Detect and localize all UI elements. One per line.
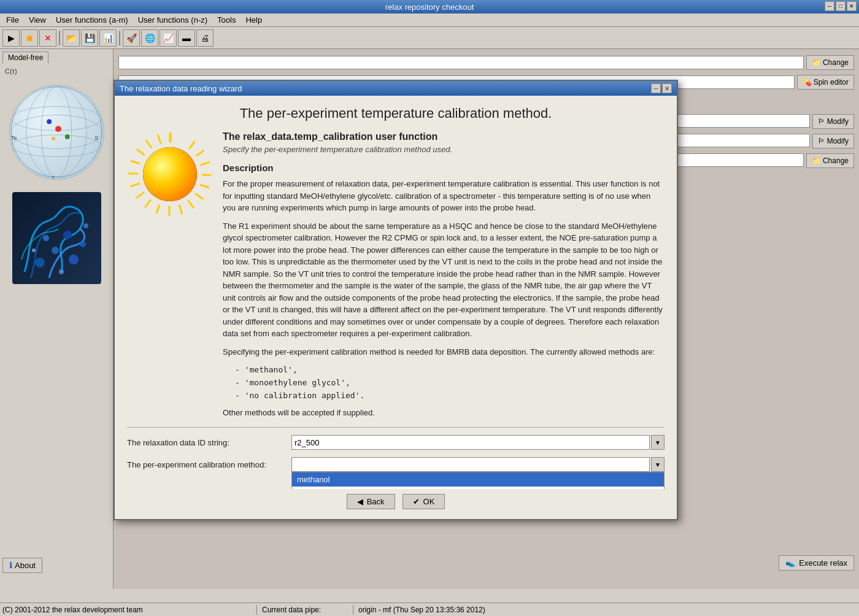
toolbar-btn-globe[interactable]: 🌐: [141, 29, 158, 47]
toolbar-btn-run2[interactable]: 🚀: [123, 29, 140, 47]
svg-line-24: [196, 148, 204, 158]
relaxation-id-input[interactable]: [291, 435, 650, 450]
svg-point-17: [69, 255, 79, 264]
globe-widget: Te S τ: [9, 85, 104, 186]
toolbar-btn-run[interactable]: ▶: [2, 29, 20, 47]
toolbar-btn-save[interactable]: 💾: [81, 29, 98, 47]
status-separator: [256, 605, 257, 615]
dropdown-option-monoethylene[interactable]: monoethylene glycol: [292, 487, 664, 489]
svg-line-27: [200, 185, 209, 188]
toolbar-btn-open[interactable]: 📂: [63, 29, 80, 47]
window-controls: ─ □ ✕: [825, 1, 857, 11]
right-row-1: 📁 Change: [118, 54, 854, 71]
desc-title: Description: [223, 163, 664, 173]
svg-line-32: [156, 204, 160, 214]
calibration-input-wrap: ▼ methanol monoethylene glycol no calibr…: [291, 457, 664, 472]
dialog: The relaxation data reading wizard ─ ✕ T…: [114, 80, 678, 520]
about-button[interactable]: ℹ About: [2, 558, 42, 573]
svg-line-29: [187, 201, 196, 209]
left-panel: Model-free C(τ): [0, 49, 114, 589]
svg-point-21: [83, 223, 88, 228]
current-pipe-label: Current data pipe:: [262, 606, 348, 614]
spin-editor-button[interactable]: 💊 Spin editor: [797, 75, 854, 90]
back-button[interactable]: ◀ Back: [347, 494, 395, 509]
dialog-main-title: The per-experiment temperature calibrati…: [127, 106, 664, 121]
svg-point-16: [43, 235, 49, 241]
calibration-input[interactable]: [291, 457, 650, 472]
svg-text:τ: τ: [52, 174, 55, 179]
menu-bar: File View User functions (a-m) User func…: [0, 13, 859, 27]
svg-line-37: [131, 161, 140, 164]
svg-line-23: [189, 140, 195, 150]
svg-line-31: [166, 206, 172, 216]
ok-icon: ✔: [413, 497, 420, 506]
modify-button-2[interactable]: 🏳 Modify: [812, 134, 854, 148]
dialog-title: The relaxation data reading wizard: [120, 84, 242, 93]
desc-para-2: The R1 experiment should be about the sa…: [223, 220, 664, 340]
menu-user-functions-nz[interactable]: User functions (n-z): [134, 15, 211, 25]
svg-point-15: [63, 231, 72, 239]
globe-ellipse: Te S τ: [9, 85, 104, 180]
main-area: Model-free C(τ): [0, 49, 859, 589]
methods-list: - 'methanol', - 'monoethylene glycol', -…: [235, 364, 664, 402]
execute-relax-button[interactable]: 👟 Execute relax: [779, 555, 854, 571]
info-icon: ℹ: [9, 561, 12, 570]
relaxation-id-label: The relaxation data ID string:: [127, 438, 287, 447]
svg-line-36: [128, 171, 138, 176]
svg-line-34: [136, 191, 144, 200]
modify-icon-1: 🏳: [818, 117, 825, 126]
svg-point-3: [10, 135, 101, 157]
menu-file[interactable]: File: [2, 15, 23, 25]
change-button-2[interactable]: 📁 Change: [806, 153, 854, 168]
dialog-body: The per-experiment temperature calibrati…: [115, 96, 677, 489]
form-section: The relaxation data ID string: ▼ The per…: [127, 427, 664, 472]
svg-point-6: [55, 126, 61, 132]
dialog-minimize[interactable]: ─: [651, 83, 661, 93]
toolbar-btn-stop[interactable]: ⏺: [21, 29, 38, 47]
sun-svg: [127, 131, 213, 217]
modify-button-1[interactable]: 🏳 Modify: [812, 114, 854, 129]
svg-line-39: [144, 141, 153, 148]
dialog-close-button[interactable]: ✕: [662, 83, 672, 93]
close-button[interactable]: ✕: [847, 1, 857, 11]
svg-line-30: [177, 205, 185, 214]
globe-svg: Te S τ: [10, 85, 104, 179]
toolbar-separator-2: [119, 31, 120, 45]
method-3: - 'no calibration applied'.: [235, 390, 664, 402]
method-2: - 'monoethylene glycol',: [235, 377, 664, 390]
svg-line-26: [202, 172, 212, 177]
dialog-footer: ◀ Back ✔ OK: [115, 489, 677, 519]
menu-view[interactable]: View: [25, 15, 50, 25]
dropdown-option-methanol[interactable]: methanol: [292, 472, 664, 487]
protein-svg: [12, 192, 101, 284]
svg-line-25: [201, 160, 210, 167]
tab-model-free[interactable]: Model-free: [2, 52, 48, 63]
toolbar-btn-chart[interactable]: 📈: [160, 29, 177, 47]
toolbar-btn-export[interactable]: 📊: [99, 29, 117, 47]
ctau-label: C(τ): [5, 67, 17, 75]
svg-line-35: [130, 181, 139, 189]
toolbar-btn-bar[interactable]: ▬: [178, 29, 195, 47]
back-icon: ◀: [357, 497, 363, 506]
ok-button[interactable]: ✔ OK: [403, 494, 445, 509]
svg-text:Te: Te: [10, 135, 16, 141]
toolbar-btn-print[interactable]: 🖨: [196, 29, 214, 47]
text-content: The relax_data.temp_calibration user fun…: [223, 131, 664, 427]
maximize-button[interactable]: □: [836, 1, 846, 11]
menu-user-functions-am[interactable]: User functions (a-m): [52, 15, 132, 25]
func-subtitle: Specify the per-experiment temperature c…: [223, 145, 664, 154]
title-bar: relax repository checkout ─ □ ✕: [0, 0, 859, 13]
svg-line-33: [145, 199, 150, 209]
menu-tools[interactable]: Tools: [214, 15, 239, 25]
minimize-button[interactable]: ─: [825, 1, 834, 11]
toolbar-btn-close[interactable]: ✕: [39, 29, 56, 47]
change-button-1[interactable]: 📁 Change: [806, 55, 854, 70]
calibration-dropdown[interactable]: ▼: [651, 457, 664, 472]
spin-icon: 💊: [803, 78, 812, 87]
func-title: The relax_data.temp_calibration user fun…: [223, 131, 664, 142]
current-pipe-value: origin - mf (Thu Sep 20 13:35:36 2012): [358, 606, 857, 614]
menu-help[interactable]: Help: [242, 15, 266, 25]
relaxation-id-dropdown[interactable]: ▼: [651, 435, 664, 450]
execute-icon: 👟: [785, 558, 795, 568]
svg-point-9: [52, 137, 55, 141]
